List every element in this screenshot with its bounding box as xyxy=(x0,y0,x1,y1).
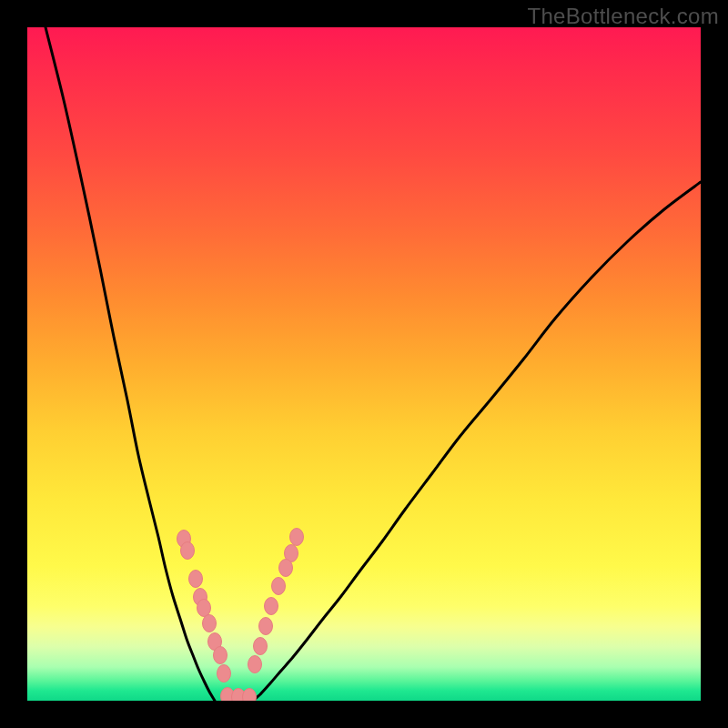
chart-frame: TheBottleneck.com xyxy=(0,0,728,728)
data-dot xyxy=(203,615,217,632)
data-dot xyxy=(214,647,228,664)
curve-right-curve xyxy=(253,182,701,701)
data-dot xyxy=(197,600,211,617)
curves-svg xyxy=(27,27,701,701)
data-dot xyxy=(243,689,257,702)
data-dot xyxy=(181,542,195,560)
data-dot xyxy=(248,656,262,673)
data-dot xyxy=(279,560,293,577)
data-dot xyxy=(189,571,203,588)
data-dot xyxy=(254,638,268,655)
curve-left-curve xyxy=(46,27,215,701)
data-dot xyxy=(265,598,278,615)
data-dot xyxy=(290,529,304,546)
data-dot xyxy=(272,578,286,595)
dots-group xyxy=(177,529,304,702)
plot-area xyxy=(27,27,701,701)
data-dot xyxy=(217,665,231,682)
watermark-text: TheBottleneck.com xyxy=(527,4,719,29)
curve-group xyxy=(46,27,701,701)
data-dot xyxy=(259,618,273,635)
